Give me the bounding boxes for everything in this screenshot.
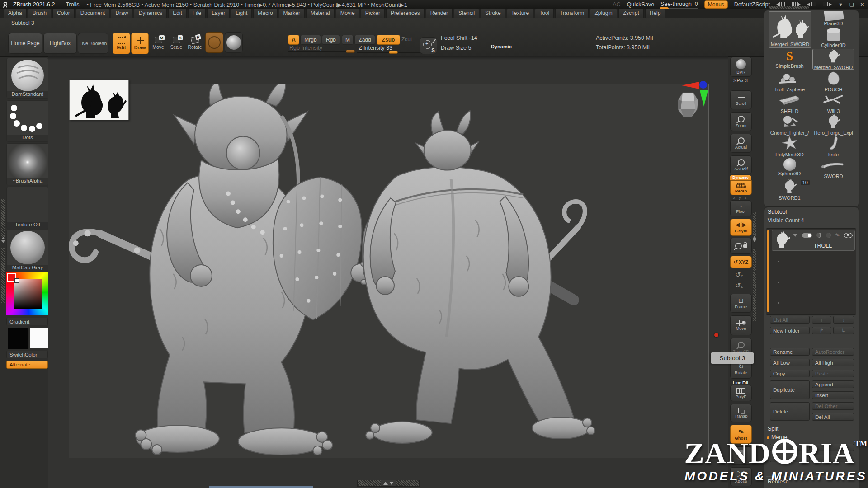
scale-mode-button[interactable]: S Scale [169,33,184,53]
delete-button[interactable]: Delete [770,402,810,421]
rotate-mode-button[interactable]: R Rotate [187,33,203,53]
rotate-y-icon[interactable]: ↺Y [735,271,743,278]
minimize-button[interactable]: ▼ [838,2,843,7]
menu-help[interactable]: Help [645,9,665,18]
menu-zplugin[interactable]: Zplugin [590,9,617,18]
canvas-h-scrollbar[interactable] [357,480,420,487]
rgb-intensity-slider[interactable] [288,51,355,52]
home-page-button[interactable]: Home Page [8,33,42,54]
lock-camera-button[interactable] [730,238,752,254]
menu-zscript[interactable]: Zscript [618,9,644,18]
floor-axes-toggle[interactable]: x y z [730,195,751,200]
subtool-down-button[interactable] [833,316,854,324]
menu-stroke[interactable]: Stroke [481,9,505,18]
current-stroke-thumb[interactable]: Dots [6,100,49,142]
move-3d-button[interactable]: Move [730,315,752,335]
subtool-empty-row[interactable] [772,293,854,313]
auto-reorder-button[interactable]: AutoReorder [812,348,854,356]
perspective-button[interactable]: Persp [730,180,752,195]
transparency-button[interactable]: Transp [730,404,752,422]
menu-transform[interactable]: Transform [555,9,589,18]
switch-color-button[interactable]: SwitchColor [6,351,48,358]
zoom-button[interactable]: Zoom [730,112,752,131]
window-snap-right-icon[interactable] [823,1,832,8]
tool-item[interactable]: Hero_Forge_Expl [812,114,854,135]
funnel-icon[interactable] [793,234,797,237]
xpose-button[interactable]: ↖ ↗↙ ↘ Xpose [730,467,752,486]
merge-option-button[interactable] [812,455,854,462]
tool-item[interactable]: PolyMesh3D [769,136,811,156]
shelf-scrollbar[interactable] [753,212,756,321]
menu-light[interactable]: Light [231,9,252,18]
menu-movie[interactable]: Movie [336,9,359,18]
rotate-z-icon[interactable]: ↺Z [735,282,743,289]
main-color-swatch[interactable] [8,328,29,349]
subtool-item-troll[interactable]: ✎ TROLL [772,230,855,251]
shelf-scroll-arrows[interactable] [752,236,757,248]
subtool-panel-title[interactable]: Subtool [766,208,859,216]
axis-z-gizmo[interactable] [699,81,707,89]
tool-item[interactable]: Gnome_Fighter_/ [769,114,811,135]
default-zscript-button[interactable]: DefaultZScript [734,1,770,8]
solo-button[interactable]: Solo [730,446,752,465]
new-folder-button[interactable]: New Folder [770,327,810,334]
sculpt-viewport[interactable] [48,56,728,488]
menu-preferences[interactable]: Preferences [386,9,425,18]
draw-mode-button[interactable]: Draw [131,33,149,54]
brush-toggle-icon[interactable]: ✎ [835,232,840,239]
live-boolean-button[interactable]: Live Boolean [78,33,108,54]
tool-item[interactable]: knife [812,136,854,156]
menu-tool[interactable]: Tool [535,9,554,18]
subtool-empty-row[interactable] [772,252,854,272]
del-all-button[interactable]: Del All [812,413,854,421]
close-button[interactable]: ✕ [860,2,864,7]
scroll-button[interactable]: Scroll [730,90,752,109]
menu-draw[interactable]: Draw [111,9,132,18]
see-through-slider[interactable]: See-through 0 [660,1,698,9]
insert-button[interactable]: Insert [812,391,854,399]
remesh-section-header[interactable]: Remesh [766,476,859,486]
z-intensity-slider[interactable] [357,52,425,53]
tool-item[interactable]: POUCH [812,70,854,91]
quicksave-button[interactable]: QuickSave [627,1,654,8]
move-mode-button[interactable]: M Move [151,33,166,53]
move-out-folder-button[interactable] [812,327,831,334]
menu-brush[interactable]: Brush [28,9,51,18]
tool-item[interactable]: SWORD1 10 [769,179,811,200]
alternate-button[interactable]: Alternate [6,361,48,369]
tool-item[interactable]: SWORD [812,157,854,178]
tool-item[interactable]: Troll_Zsphere [769,70,811,91]
gradient-button[interactable]: Gradient [6,318,48,325]
menus-button[interactable]: Menus [704,0,728,9]
duplicate-button[interactable]: Duplicate [770,380,810,399]
current-stroke-button[interactable] [225,32,243,53]
tool-item[interactable]: Will-3 [812,92,854,113]
document-thumbnail[interactable] [69,80,129,120]
actual-size-button[interactable]: Actual [730,134,752,153]
current-alpha-thumb[interactable]: ~BrushAlpha [6,143,49,185]
secondary-color-swatch[interactable] [30,328,50,348]
menu-material[interactable]: Material [306,9,335,18]
frame-button[interactable]: ⊡ Frame [730,294,752,313]
copy-button[interactable]: Copy [770,370,810,377]
all-high-button[interactable]: All High [812,359,854,366]
zcut-button[interactable]: Zcut [401,36,412,42]
restore-button[interactable]: ❏ [849,2,854,7]
local-symmetry-button[interactable]: ◀┆▶ L.Sym [730,219,752,236]
current-texture-thumb[interactable]: Texture Off [6,187,49,229]
polypaint-icon[interactable] [816,233,821,238]
move-into-folder-button[interactable] [833,327,854,334]
bpr-render-button[interactable]: BPR [730,57,752,77]
zadd-button[interactable]: Zadd [354,35,375,45]
menu-edit[interactable]: Edit [168,9,187,18]
menu-dynamics[interactable]: Dynamics [134,9,167,18]
tool-item[interactable]: SHEILD [769,92,811,113]
lightbox-button[interactable]: LightBox [43,33,77,54]
dynamic-label[interactable]: Dynamic [491,44,512,49]
tool-item[interactable]: Cylinder3D [812,27,854,48]
current-material-thumb[interactable]: MatCap Gray [6,230,49,272]
tool-item-selected[interactable]: Merged_SWORD [769,11,811,48]
color-picker[interactable] [6,272,48,315]
menu-render[interactable]: Render [426,9,453,18]
saturation-square[interactable] [14,279,42,309]
